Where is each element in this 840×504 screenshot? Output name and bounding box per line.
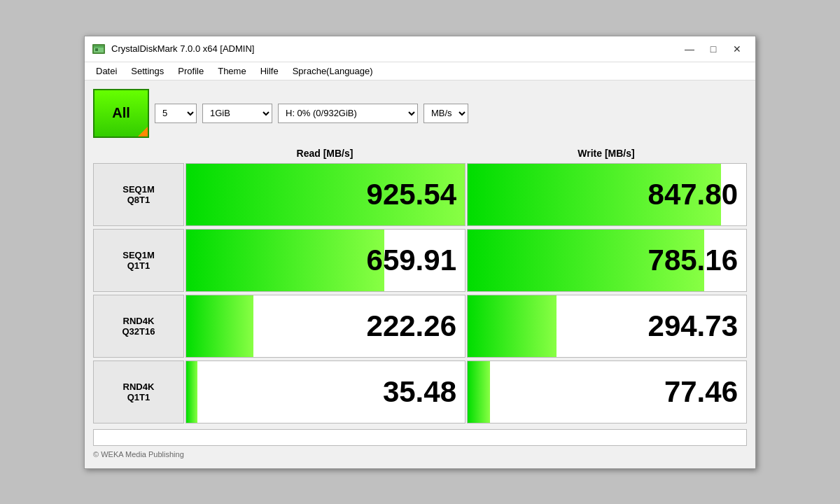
size-dropdown[interactable]: 1GiB <box>202 104 272 123</box>
read-cell-3: 35.48 <box>186 360 465 424</box>
read-header: Read [MB/s] <box>184 145 465 162</box>
write-value-3: 77.46 <box>664 375 738 409</box>
row-label-0: SEQ1MQ8T1 <box>93 163 184 226</box>
read-bar-1 <box>186 230 384 291</box>
window-title: CrystalDiskMark 7.0.0 x64 [ADMIN] <box>111 43 254 54</box>
header-empty <box>93 145 184 162</box>
close-button[interactable]: ✕ <box>726 41 748 57</box>
unit-dropdown[interactable]: MB/s <box>424 104 468 123</box>
write-cell-0: 847.80 <box>467 163 747 226</box>
write-cell-2: 294.73 <box>467 295 747 358</box>
menu-item-datei[interactable]: Datei <box>90 64 122 78</box>
title-buttons: — □ ✕ <box>678 41 748 57</box>
watermark: © WEKA Media Publishing <box>93 449 747 460</box>
menu-bar: DateiSettingsProfileThemeHilfeSprache(La… <box>85 62 755 80</box>
read-bar-2 <box>186 295 253 357</box>
menu-item-sprache-language-[interactable]: Sprache(Language) <box>287 64 379 78</box>
header-row: Read [MB/s] Write [MB/s] <box>93 145 747 162</box>
all-button[interactable]: All <box>93 89 149 138</box>
title-bar-left: CrystalDiskMark 7.0.0 x64 [ADMIN] <box>92 42 254 56</box>
data-rows-container: SEQ1MQ8T1925.54847.80SEQ1MQ1T1659.91785.… <box>93 163 747 424</box>
svg-rect-3 <box>95 48 98 51</box>
app-icon <box>92 42 106 56</box>
menu-item-theme[interactable]: Theme <box>212 64 251 78</box>
row-label-3: RND4KQ1T1 <box>93 360 184 424</box>
content-area: All 5 1GiB H: 0% (0/932GiB) MB/s Read [M… <box>85 80 755 468</box>
write-value-2: 294.73 <box>648 309 738 343</box>
title-bar: CrystalDiskMark 7.0.0 x64 [ADMIN] — □ ✕ <box>85 36 755 62</box>
menu-item-hilfe[interactable]: Hilfe <box>255 64 284 78</box>
drive-dropdown[interactable]: H: 0% (0/932GiB) <box>278 104 418 123</box>
svg-rect-2 <box>94 46 104 48</box>
maximize-button[interactable]: □ <box>702 41 724 57</box>
write-header: Write [MB/s] <box>465 145 747 162</box>
row-label-2: RND4KQ32T16 <box>93 295 184 358</box>
toolbar: All 5 1GiB H: 0% (0/932GiB) MB/s <box>93 89 747 138</box>
menu-item-settings[interactable]: Settings <box>125 64 169 78</box>
menu-item-profile[interactable]: Profile <box>172 64 209 78</box>
read-value-1: 659.91 <box>367 244 456 277</box>
results-grid: Read [MB/s] Write [MB/s] SEQ1MQ8T1925.54… <box>93 145 747 424</box>
read-bar-3 <box>186 361 197 423</box>
write-bar-3 <box>468 361 490 423</box>
count-dropdown[interactable]: 5 <box>155 104 197 123</box>
write-bar-2 <box>468 295 556 357</box>
minimize-button[interactable]: — <box>678 41 701 57</box>
row-label-1: SEQ1MQ1T1 <box>93 229 184 292</box>
read-cell-1: 659.91 <box>186 229 465 292</box>
table-row: RND4KQ1T135.4877.46 <box>93 360 747 424</box>
table-row: SEQ1MQ1T1659.91785.16 <box>93 229 747 292</box>
read-cell-0: 925.54 <box>186 163 465 226</box>
read-cell-2: 222.26 <box>186 295 465 358</box>
table-row: RND4KQ32T16222.26294.73 <box>93 295 747 358</box>
status-bar <box>93 429 747 446</box>
write-value-1: 785.16 <box>648 244 738 277</box>
read-value-0: 925.54 <box>367 178 456 211</box>
write-cell-3: 77.46 <box>467 360 747 424</box>
write-value-0: 847.80 <box>648 178 738 211</box>
write-cell-1: 785.16 <box>467 229 747 292</box>
main-window: CrystalDiskMark 7.0.0 x64 [ADMIN] — □ ✕ … <box>84 36 756 469</box>
read-value-3: 35.48 <box>383 375 456 409</box>
read-value-2: 222.26 <box>367 309 456 343</box>
table-row: SEQ1MQ8T1925.54847.80 <box>93 163 747 226</box>
